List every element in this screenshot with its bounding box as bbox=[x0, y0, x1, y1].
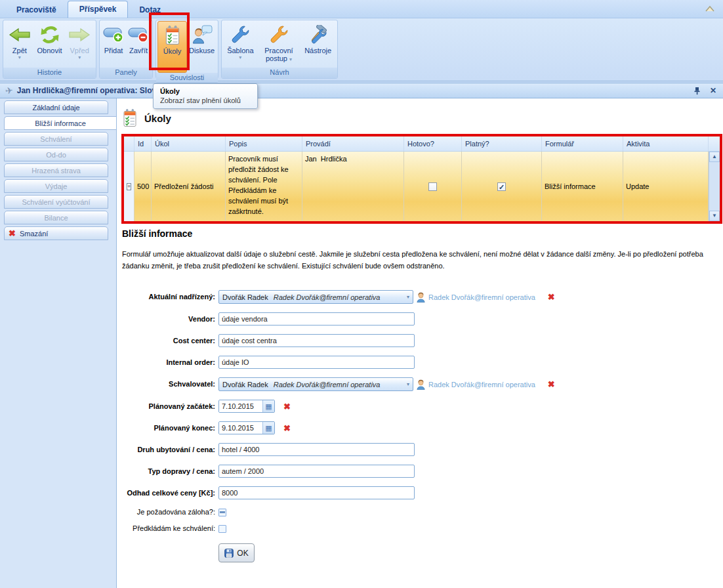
group-label-panely: Panely bbox=[100, 68, 152, 78]
sidebar-item-od-do: Od-do bbox=[4, 148, 108, 161]
clear-zacatek-icon[interactable]: ✖ bbox=[283, 402, 291, 411]
form-actions: OK bbox=[117, 543, 723, 562]
panel-remove-icon bbox=[127, 23, 150, 47]
cell-ukol: Předložení žádosti bbox=[152, 152, 226, 221]
ribbon-tab-bar: Pracoviště Příspěvek Dotaz bbox=[0, 0, 723, 18]
planovany-konec-datefield: ▦ bbox=[218, 421, 275, 434]
field-row-planovany-konec: Plánovaný konec: ▦ ✖ bbox=[117, 421, 723, 434]
aktualni-nadrizeny-combobox[interactable]: Dvořák Radek Radek Dvořák@firemní operat… bbox=[218, 290, 413, 304]
sidebar-item-bilance: Bilance bbox=[4, 211, 108, 224]
typ-dopravy-input[interactable] bbox=[218, 465, 415, 478]
close-panel-button[interactable]: Zavřít bbox=[126, 21, 151, 68]
arrow-right-icon bbox=[68, 23, 91, 47]
row-expander-icon[interactable]: + bbox=[127, 183, 131, 190]
document-title-bar: ✈ Jan Hrdlička@firemní operativa: Slov ✕ bbox=[0, 83, 723, 98]
group-label-historie: Historie bbox=[3, 68, 96, 78]
field-row-zaloha: Je požadována záloha?: bbox=[117, 508, 723, 516]
platny-checkbox[interactable] bbox=[497, 182, 506, 191]
sidebar-item-hrazena-strava: Hrazená strava bbox=[4, 163, 108, 177]
sidebar-item-blizsi-informace[interactable]: Bližší informace bbox=[4, 116, 116, 130]
col-popis: Popis bbox=[226, 136, 302, 151]
odhad-ceny-input[interactable] bbox=[218, 486, 415, 499]
detail-form: Aktuální nadřízený: Dvořák Radek Radek D… bbox=[117, 290, 723, 571]
field-row-cost-center: Cost center: bbox=[117, 334, 723, 347]
tasks-table: Id Úkol Popis Provádí Hotovo? Platný? Fo… bbox=[124, 136, 720, 221]
cell-provadi: Jan Hrdlička bbox=[302, 152, 404, 221]
main-content: Úkoly Id Úkol Popis Provádí Hotovo? Plat… bbox=[117, 98, 723, 588]
ribbon-collapse-button[interactable] bbox=[705, 5, 715, 12]
task-row: + 500 Předložení žádosti Pracovník musí … bbox=[124, 152, 720, 221]
back-button[interactable]: Zpět ▾ bbox=[5, 21, 35, 68]
schvalovatel-combobox[interactable]: Dvořák Radek Radek Dvořák@firemní operat… bbox=[218, 377, 413, 391]
cost-center-input[interactable] bbox=[218, 334, 415, 347]
field-row-predkladam: Předkládám ke schválení: bbox=[117, 524, 723, 533]
planovany-konec-input[interactable] bbox=[219, 422, 262, 434]
field-row-druh-ubytovani: Druh ubytování / cena: bbox=[117, 443, 723, 456]
sidebar-item-schvaleni: Schválení bbox=[4, 132, 108, 146]
add-panel-button[interactable]: Přidat bbox=[101, 21, 126, 68]
field-row-odhad-ceny: Odhad celkové ceny [Kč]: bbox=[117, 486, 723, 499]
refresh-button[interactable]: Obnovit bbox=[35, 21, 65, 68]
refresh-icon bbox=[40, 23, 60, 47]
highlight-box-ukoly-button bbox=[149, 12, 190, 70]
pin-icon[interactable] bbox=[693, 87, 701, 95]
internal-order-input[interactable] bbox=[218, 356, 415, 369]
clear-nadrizeny-icon[interactable]: ✖ bbox=[548, 292, 555, 302]
discussion-icon bbox=[192, 23, 213, 47]
table-scrollbar[interactable]: ▲ ▼ bbox=[709, 152, 720, 221]
planovany-zacatek-datefield: ▦ bbox=[218, 400, 275, 413]
vendor-input[interactable] bbox=[218, 312, 415, 326]
ribbon-body: Zpět ▾ Obnovit bbox=[0, 18, 723, 81]
ok-button[interactable]: OK bbox=[218, 543, 255, 562]
section-title: Bližší informace bbox=[122, 228, 192, 239]
chevron-down-icon: ▾ bbox=[18, 54, 21, 60]
field-row-internal-order: Internal order: bbox=[117, 356, 723, 369]
tools-button[interactable]: Nástroje bbox=[300, 21, 336, 68]
close-icon[interactable]: ✕ bbox=[710, 86, 716, 95]
hotovo-checkbox[interactable] bbox=[428, 182, 437, 191]
scroll-up-icon[interactable]: ▲ bbox=[709, 152, 720, 162]
cell-aktivita: Update bbox=[623, 152, 709, 221]
workflow-button[interactable]: Pracovní postup ▾ bbox=[258, 21, 300, 68]
tab-pracoviste[interactable]: Pracoviště bbox=[5, 2, 68, 18]
col-provadi: Provádí bbox=[302, 136, 404, 151]
tasks-table-header: Id Úkol Popis Provádí Hotovo? Platný? Fo… bbox=[124, 136, 720, 152]
calendar-icon[interactable]: ▦ bbox=[262, 422, 274, 434]
arrow-left-icon bbox=[9, 23, 31, 47]
group-label-souvislosti: Souvislosti bbox=[156, 73, 218, 83]
scroll-down-icon[interactable]: ▼ bbox=[709, 211, 720, 221]
discussion-button[interactable]: Diskuse bbox=[187, 21, 217, 73]
col-platny: Platný? bbox=[462, 136, 542, 151]
sidebar-item-zakladni-udaje[interactable]: Základní údaje bbox=[4, 100, 108, 114]
chevron-down-icon: ▾ bbox=[289, 56, 292, 62]
cell-formular: Bližší informace bbox=[542, 152, 623, 221]
sidebar-item-schvaleni-vyuctovani: Schválení vyúčtování bbox=[4, 195, 108, 209]
section-description: Formulář umožňuje aktualizovat další úda… bbox=[122, 248, 718, 272]
zaloha-checkbox[interactable] bbox=[218, 509, 226, 516]
tools-icon bbox=[307, 23, 329, 47]
calendar-icon[interactable]: ▦ bbox=[262, 400, 274, 412]
druh-ubytovani-input[interactable] bbox=[218, 443, 415, 456]
predkladam-checkbox[interactable] bbox=[218, 525, 226, 533]
tasks-checklist-icon bbox=[122, 109, 138, 127]
chevron-down-icon: ▾ bbox=[407, 381, 409, 387]
chevron-down-icon: ▾ bbox=[78, 54, 81, 60]
save-icon bbox=[224, 549, 234, 558]
tab-prispevek[interactable]: Příspěvek bbox=[68, 1, 129, 18]
template-button[interactable]: Šablona ▾ bbox=[223, 21, 257, 68]
document-title: Jan Hrdlička@firemní operativa: Slov bbox=[17, 86, 156, 95]
chevron-down-icon: ▾ bbox=[407, 294, 409, 300]
clear-konec-icon[interactable]: ✖ bbox=[283, 423, 291, 433]
clear-schvalovatel-icon[interactable]: ✖ bbox=[548, 379, 555, 389]
group-label-navrh: Návrh bbox=[222, 68, 337, 78]
ribbon: Pracoviště Příspěvek Dotaz Zpět ▾ bbox=[0, 0, 723, 83]
nadrizeny-link[interactable]: Radek Dvořák@firemní operativa bbox=[428, 293, 535, 301]
planovany-zacatek-input[interactable] bbox=[219, 400, 262, 412]
sidebar-item-vydaje: Výdaje bbox=[4, 179, 108, 193]
tasks-panel-title: Úkoly bbox=[144, 113, 171, 124]
col-ukol: Úkol bbox=[152, 136, 226, 151]
person-icon bbox=[417, 379, 425, 390]
schvalovatel-link[interactable]: Radek Dvořák@firemní operativa bbox=[428, 381, 535, 388]
forward-button: Vpřed ▾ bbox=[64, 21, 94, 68]
sidebar-item-smazani[interactable]: ✖ Smazání bbox=[4, 226, 108, 240]
